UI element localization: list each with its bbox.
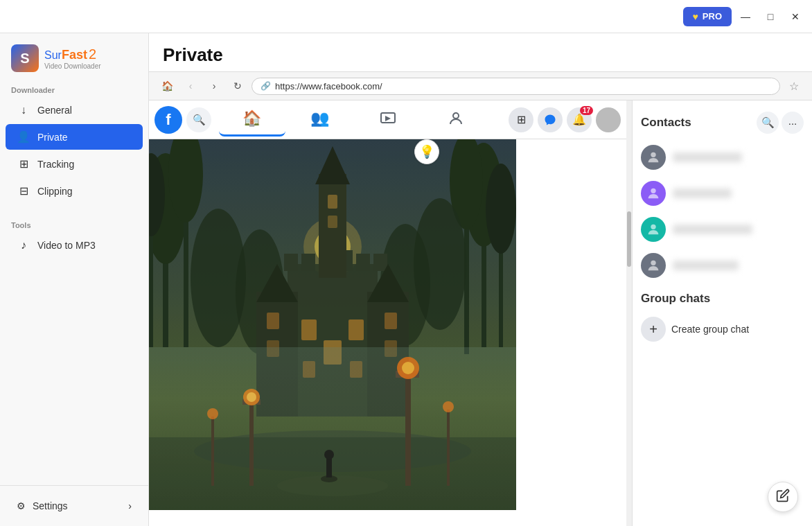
contact-avatar xyxy=(641,253,666,278)
logo-text: SurFast2 Video Downloader xyxy=(44,46,101,70)
contact-avatar xyxy=(641,217,666,242)
pro-button[interactable]: ♥ PRO xyxy=(683,7,732,26)
logo-num: 2 xyxy=(89,46,96,62)
titlebar-controls: ♥ PRO — □ ✕ xyxy=(683,6,806,28)
contact-name xyxy=(673,225,752,234)
logo-icon: S xyxy=(11,44,39,72)
scrollbar-thumb xyxy=(627,211,631,267)
settings-item[interactable]: ⚙ Settings › xyxy=(6,494,143,518)
contacts-search-button[interactable]: 🔍 xyxy=(757,112,779,134)
sidebar-item-tracking[interactable]: ⊞ Tracking xyxy=(6,151,143,177)
contact-item[interactable] xyxy=(633,139,812,175)
page-title: Private xyxy=(149,33,812,71)
pro-heart-icon: ♥ xyxy=(693,11,698,22)
sidebar-bottom: ⚙ Settings › xyxy=(0,485,148,526)
sidebar-item-private[interactable]: 👤 Private xyxy=(6,124,143,150)
main-content: Private 🏠 ‹ › ↻ 🔗 https://www.facebook.c… xyxy=(149,0,812,526)
contact-name xyxy=(673,152,742,162)
refresh-button[interactable]: ↻ xyxy=(228,76,247,96)
url-lock-icon: 🔗 xyxy=(261,81,271,91)
tracking-icon: ⊞ xyxy=(17,157,30,170)
contact-name xyxy=(673,189,732,198)
contacts-more-button[interactable]: ··· xyxy=(782,112,804,134)
app-logo: S SurFast2 Video Downloader xyxy=(0,33,148,78)
settings-label: Settings xyxy=(33,500,68,511)
facebook-feed xyxy=(149,139,626,526)
castle-image xyxy=(149,139,516,510)
svg-point-67 xyxy=(651,189,655,193)
contact-item[interactable] xyxy=(633,247,812,283)
pro-label: PRO xyxy=(703,11,722,21)
fb-nav-friends[interactable]: 👥 xyxy=(287,103,353,137)
home-button[interactable]: 🏠 xyxy=(157,76,177,96)
contact-item[interactable] xyxy=(633,211,812,247)
url-bar[interactable]: 🔗 https://www.facebook.com/ xyxy=(251,78,780,95)
bookmark-button[interactable]: ☆ xyxy=(784,76,804,96)
lightbulb-icon: 💡 xyxy=(419,144,434,159)
settings-left: ⚙ Settings xyxy=(17,500,68,511)
sidebar-item-video-to-mp3[interactable]: ♪ Video to MP3 xyxy=(6,233,143,258)
titlebar: ♥ PRO — □ ✕ xyxy=(0,0,812,33)
fb-nav-home[interactable]: 🏠 xyxy=(219,103,285,137)
logo-subtitle: Video Downloader xyxy=(44,62,101,70)
url-text: https://www.facebook.com/ xyxy=(275,81,382,91)
notification-badge: 17 xyxy=(580,106,593,115)
sidebar-item-general[interactable]: ↓ General xyxy=(6,98,143,123)
create-group-label: Create group chat xyxy=(671,324,749,335)
contacts-header: Contacts 🔍 ··· xyxy=(633,109,812,139)
svg-point-66 xyxy=(651,152,655,157)
contacts-actions: 🔍 ··· xyxy=(757,112,804,134)
clipping-icon: ⊟ xyxy=(17,184,30,198)
logo-sur: Sur xyxy=(44,49,62,61)
tools-section-label: Tools xyxy=(0,213,148,232)
facebook-area: 💡 f 🔍 🏠 👥 xyxy=(149,100,626,526)
svg-point-1 xyxy=(453,113,459,119)
private-icon: 👤 xyxy=(17,130,30,143)
settings-arrow-icon: › xyxy=(128,500,132,511)
forward-button[interactable]: › xyxy=(204,76,224,96)
compose-icon xyxy=(776,489,790,506)
svg-point-68 xyxy=(651,225,655,229)
minimize-button[interactable]: — xyxy=(734,6,757,28)
contact-avatar xyxy=(641,181,666,206)
sidebar-label-private: Private xyxy=(37,132,68,143)
sidebar-label-tracking: Tracking xyxy=(37,159,74,170)
browser-content: 💡 f 🔍 🏠 👥 xyxy=(149,100,812,526)
compose-button[interactable] xyxy=(768,482,798,512)
scrollbar[interactable] xyxy=(626,100,632,526)
download-icon: ↓ xyxy=(17,104,30,116)
sidebar-label-video-to-mp3: Video to MP3 xyxy=(37,240,96,251)
logo-fast: Fast xyxy=(62,48,87,62)
facebook-navbar: f 🔍 🏠 👥 xyxy=(149,100,626,139)
lightbulb-button[interactable]: 💡 xyxy=(414,139,439,164)
fb-menu-button[interactable]: ⊞ xyxy=(509,107,533,132)
contacts-title: Contacts xyxy=(641,116,691,130)
maximize-button[interactable]: □ xyxy=(759,6,782,28)
fb-profile-avatar[interactable] xyxy=(596,107,621,132)
fb-nav-profile[interactable] xyxy=(423,103,489,137)
right-panel: Contacts 🔍 ··· xyxy=(632,100,812,526)
plus-circle-icon: + xyxy=(641,317,666,342)
sidebar-label-clipping: Clipping xyxy=(37,186,73,197)
logo-name: SurFast2 xyxy=(44,46,101,62)
facebook-nav-center: 🏠 👥 🎮 xyxy=(219,103,557,137)
settings-gear-icon: ⚙ xyxy=(17,500,26,511)
fb-notifications-button[interactable]: 🔔 17 xyxy=(567,107,592,132)
sidebar: S SurFast2 Video Downloader Downloader ↓… xyxy=(0,0,149,526)
close-button[interactable]: ✕ xyxy=(784,6,806,28)
group-chats-header: Group chats xyxy=(633,283,812,311)
contact-item[interactable] xyxy=(633,175,812,211)
fb-nav-watch[interactable] xyxy=(355,103,421,137)
facebook-logo: f xyxy=(155,106,182,134)
svg-point-69 xyxy=(651,261,655,265)
back-button[interactable]: ‹ xyxy=(181,76,200,96)
sidebar-item-clipping[interactable]: ⊟ Clipping xyxy=(6,178,143,204)
create-group-button[interactable]: + Create group chat xyxy=(633,311,812,347)
facebook-search-button[interactable]: 🔍 xyxy=(186,107,211,132)
fb-messenger-button[interactable] xyxy=(538,107,563,132)
downloader-section-label: Downloader xyxy=(0,78,148,97)
contact-avatar xyxy=(641,145,666,170)
facebook-nav-right: ⊞ 🔔 17 xyxy=(509,107,621,132)
music-icon: ♪ xyxy=(17,239,30,252)
svg-rect-65 xyxy=(149,139,516,510)
